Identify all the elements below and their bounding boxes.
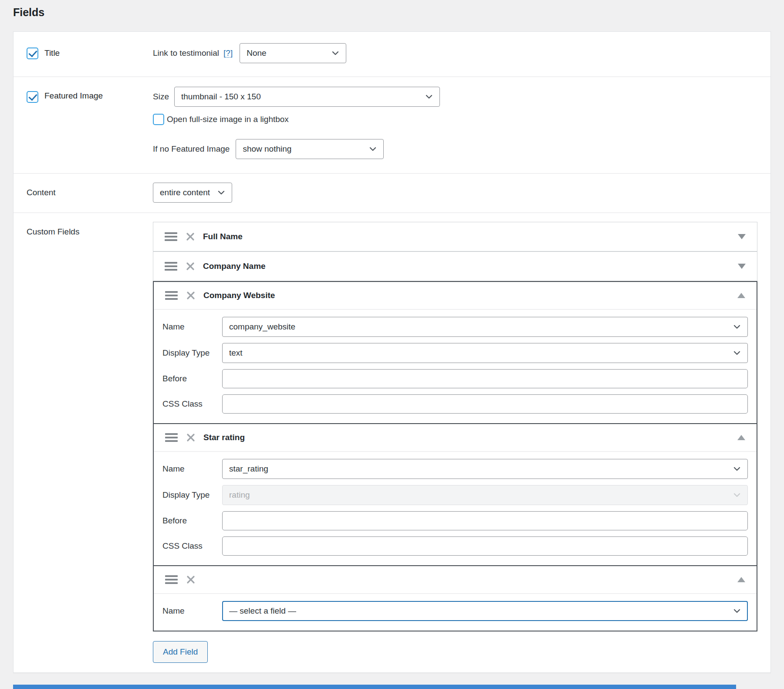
custom-field-header[interactable]: Star rating [154,424,757,452]
field-name-select[interactable]: star_rating [222,459,748,479]
chevron-down-icon [331,48,340,58]
field-name-select[interactable]: company_website [222,317,748,337]
chevron-down-icon [732,322,742,332]
css-class-label: CSS Class [162,399,222,409]
remove-field-icon[interactable] [186,575,196,584]
custom-field-header[interactable]: Company Name [153,252,757,281]
drag-handle-icon[interactable] [165,433,178,442]
name-label: Name [162,606,222,616]
css-class-input[interactable] [222,394,748,414]
display-type-label: Display Type [162,490,222,500]
no-featured-image-select[interactable]: show nothing [236,139,384,159]
help-link[interactable]: [?] [223,48,233,58]
name-label: Name [162,322,222,332]
css-class-input[interactable] [222,536,748,556]
collapse-triangle-icon[interactable] [737,293,745,298]
select-a-field-select[interactable]: — select a field — [222,601,748,621]
no-featured-image-label: If no Featured Image [153,144,230,154]
collapse-triangle-icon[interactable] [737,577,745,582]
link-to-testimonial-label: Link to testimonial [153,48,219,58]
custom-field-header[interactable]: Full Name [153,222,757,251]
add-field-button[interactable]: Add Field [153,641,208,663]
drag-handle-icon[interactable] [165,291,178,300]
custom-field-title: Star rating [203,433,245,442]
custom-field-full-name: Full Name [153,222,757,251]
display-type-label: Display Type [162,348,222,358]
drag-handle-icon[interactable] [165,575,178,584]
remove-field-icon[interactable] [186,433,196,442]
chevron-down-icon [732,464,742,474]
chevron-down-icon [424,92,434,102]
featured-image-row: Featured Image Size thumbnail - 150 x 15… [14,77,770,174]
chevron-down-icon [732,606,742,616]
size-label: Size [153,92,169,102]
custom-fields-row: Custom Fields Full Name Company Name [14,213,770,663]
custom-field-title: Full Name [203,232,243,241]
remove-field-icon[interactable] [186,291,196,300]
before-input[interactable] [222,369,748,388]
lightbox-label: Open full-size image in a lightbox [167,115,289,124]
image-size-select[interactable]: thumbnail - 150 x 150 [174,87,440,107]
page-title: Fields [13,6,44,19]
custom-field-star-rating: Star rating Name star_rating Display Typ… [153,423,757,566]
custom-field-header[interactable] [154,566,757,594]
content-label: Content [27,188,153,197]
title-row: Title Link to testimonial [?] None [14,32,770,77]
chevron-down-icon [732,348,742,358]
custom-field-company-name: Company Name [153,251,757,281]
remove-field-icon[interactable] [186,261,195,271]
before-label: Before [162,374,222,384]
custom-field-company-website: Company Website Name company_website Dis… [153,281,757,424]
title-checkbox[interactable] [27,48,38,59]
custom-fields-label: Custom Fields [27,222,153,663]
featured-image-label: Featured Image [44,91,103,101]
custom-field-title: Company Name [203,261,266,271]
custom-field-header[interactable]: Company Website [154,282,757,310]
before-input[interactable] [222,511,748,530]
fields-panel: Title Link to testimonial [?] None Featu… [13,31,771,673]
display-type-select-disabled: rating [222,485,748,505]
expand-triangle-icon[interactable] [738,264,746,269]
chevron-down-icon [732,490,742,500]
display-type-select[interactable]: text [222,343,748,363]
chevron-down-icon [216,188,226,197]
collapse-triangle-icon[interactable] [737,435,745,440]
content-select[interactable]: entire content [153,183,232,203]
lightbox-checkbox[interactable] [153,114,164,125]
drag-handle-icon[interactable] [165,262,177,271]
remove-field-icon[interactable] [186,232,195,241]
link-to-testimonial-select[interactable]: None [240,43,346,63]
before-label: Before [162,516,222,526]
chevron-down-icon [368,144,378,154]
custom-field-new: Name — select a field — [153,565,757,631]
content-row: Content entire content [14,174,770,213]
expand-triangle-icon[interactable] [738,234,746,239]
title-label: Title [44,48,60,58]
name-label: Name [162,464,222,474]
custom-field-title: Company Website [203,291,275,300]
bottom-blue-bar [13,685,736,689]
featured-image-checkbox[interactable] [27,91,38,103]
css-class-label: CSS Class [162,541,222,551]
drag-handle-icon[interactable] [165,232,177,241]
